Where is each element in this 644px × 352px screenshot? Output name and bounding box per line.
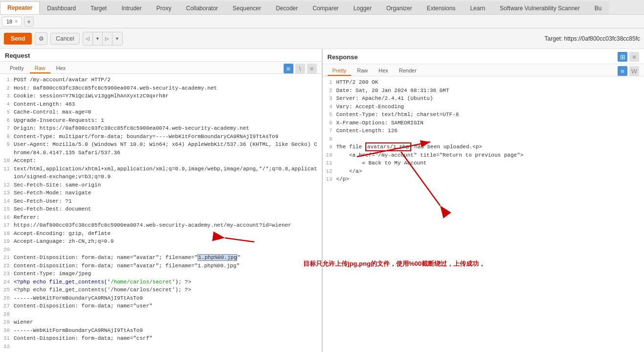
request-tab-icons: ≡ \ ≡: [284, 64, 317, 73]
line-number: 14: [2, 197, 14, 206]
response-grid-icon[interactable]: ⊞: [618, 52, 627, 62]
line-number: 6: [325, 119, 336, 127]
line-number: 2: [325, 87, 336, 95]
line-content: Content-Type: multipart/form-data; bound…: [14, 133, 320, 141]
tab-proxy[interactable]: Proxy: [149, 1, 179, 14]
request-tab-pretty[interactable]: Pretty: [5, 64, 29, 73]
line-content: Date: Sat, 20 Jan 2024 08:31:36 GMT: [336, 87, 643, 95]
response-line: 4Vary: Accept-Encoding: [323, 103, 644, 111]
request-line: 25<?php echo file_get_contents('/home/ca…: [0, 286, 322, 294]
line-content: « Back to My Account: [336, 159, 643, 167]
line-number: 7: [2, 124, 14, 133]
tab-vulnerability-scanner[interactable]: Software Vulnerability Scanner: [492, 1, 587, 14]
line-number: 2: [2, 84, 14, 93]
response-tab-raw[interactable]: Raw: [352, 66, 373, 76]
tab-intruder[interactable]: Intruder: [114, 1, 149, 14]
response-line: 11 « Back to My Account: [323, 159, 644, 167]
tab-target[interactable]: Target: [83, 1, 114, 14]
line-number: 8: [2, 133, 14, 141]
response-tab-hex[interactable]: Hex: [374, 66, 393, 76]
tab-comparer[interactable]: Comparer: [305, 1, 346, 14]
tab-sequencer[interactable]: Sequencer: [225, 1, 268, 14]
response-editor-tabs: Pretty Raw Hex Render ≡ W: [323, 64, 644, 76]
response-line: 12 </a>: [323, 167, 644, 176]
line-content: User-Agent: Mozilla/5.0 (Windows NT 10.0…: [14, 141, 320, 157]
line-content: Accept-Encoding: gzip, deflate: [14, 230, 320, 238]
request-line: 2Host: 0af800cc03fc38cc85fc8c5900ea0074.…: [0, 84, 322, 93]
request-more-icon[interactable]: ≡: [307, 64, 317, 73]
line-content: wiener: [14, 318, 320, 327]
line-number: 24: [2, 278, 14, 286]
line-number: 11: [325, 159, 336, 167]
line-number: 7: [325, 127, 336, 135]
response-tab-render[interactable]: Render: [394, 66, 422, 76]
tab-learn[interactable]: Learn: [463, 1, 492, 14]
line-content: Content-Disposition: form-data; name="cs…: [14, 334, 320, 343]
nav-back-button[interactable]: ◁: [83, 32, 93, 45]
request-tab-raw[interactable]: Raw: [30, 64, 50, 73]
tab-dashboard[interactable]: Dashboard: [40, 1, 83, 14]
request-line: 23Content-Type: image/jpeg: [0, 270, 322, 278]
tab-extensions[interactable]: Extensions: [420, 1, 463, 14]
request-tab-hex[interactable]: Hex: [51, 64, 71, 73]
request-code-area[interactable]: 1POST /my-account/avatar HTTP/22Host: 0a…: [0, 74, 322, 352]
add-tab-button[interactable]: +: [24, 17, 34, 26]
request-line: 14Sec-Fetch-User: ?1: [0, 197, 322, 206]
line-number: 4: [2, 100, 14, 109]
line-number: 16: [2, 213, 14, 222]
line-content: Referer:: [14, 213, 320, 222]
response-line: 9The file avatars/1.php has been uploade…: [323, 143, 644, 151]
request-line: 4Content-Length: 463: [0, 100, 322, 109]
tab-logger[interactable]: Logger: [346, 1, 379, 14]
close-tab-icon[interactable]: ×: [15, 19, 18, 24]
request-line: 31Content-Disposition: form-data; name="…: [0, 334, 322, 343]
response-wrap-icon[interactable]: ≡: [618, 66, 627, 76]
settings-icon[interactable]: ⚙: [35, 32, 47, 45]
tab-bu[interactable]: Bu: [587, 1, 609, 14]
request-line: 13Sec-Fetch-Mode: navigate: [0, 189, 322, 197]
response-code-area[interactable]: 1HTTP/2 200 OK2Date: Sat, 20 Jan 2024 08…: [323, 76, 644, 352]
response-line: 3Server: Apache/2.4.41 (Ubuntu): [323, 94, 644, 103]
request-line: 22Content-Disposition: form-data; name="…: [0, 262, 322, 270]
line-number: 11: [2, 165, 14, 181]
line-number: 31: [2, 334, 14, 343]
tab-decoder[interactable]: Decoder: [268, 1, 305, 14]
nav-back-dropdown[interactable]: ▾: [93, 32, 103, 45]
tab-bar: Repeater Dashboard Target Intruder Proxy…: [0, 0, 644, 15]
line-content: X-Frame-Options: SAMEORIGIN: [336, 119, 643, 127]
tab-collaborator[interactable]: Collaborator: [178, 1, 225, 14]
line-number: 1: [2, 76, 14, 84]
line-number: 5: [325, 111, 336, 119]
cancel-button[interactable]: Cancel: [50, 33, 79, 45]
tab-organizer[interactable]: Organizer: [379, 1, 420, 14]
line-content: <a href="/my-account" title="Return to p…: [336, 151, 643, 160]
nav-forward-dropdown[interactable]: ▾: [112, 32, 122, 45]
line-content: https://0af800cc03fc38cc85fc8c5900ea0074…: [14, 221, 320, 230]
line-number: 21: [2, 254, 14, 262]
line-content: POST /my-account/avatar HTTP/2: [14, 76, 320, 84]
request-editor-tabs: Pretty Raw Hex ≡ \ ≡: [0, 62, 322, 74]
request-line: 24<?php echo file_get_contents('/home/ca…: [0, 278, 322, 286]
request-search-icon[interactable]: \: [295, 64, 305, 73]
request-line: 9User-Agent: Mozilla/5.0 (Windows NT 10.…: [0, 141, 322, 157]
line-number: 9: [325, 143, 336, 151]
line-number: 1: [325, 78, 336, 87]
response-tab-pretty[interactable]: Pretty: [328, 66, 352, 76]
request-line: 3Cookie: session=Y7NiQciWLv13ggHlhAnXyxt…: [0, 92, 322, 100]
request-wrap-icon[interactable]: ≡: [284, 64, 293, 73]
request-header: Request: [0, 49, 322, 62]
line-number: 5: [2, 108, 14, 117]
response-more-icon[interactable]: W: [629, 66, 639, 76]
line-number: 6: [2, 117, 14, 125]
nav-forward-button[interactable]: ▷: [103, 32, 112, 45]
line-content: ------WebKitFormBoundaryCA9RNAjI9TtAsTo9: [14, 327, 320, 335]
line-content: Content-Disposition: form-data; name="av…: [14, 254, 320, 262]
line-content: <?php echo file_get_contents('/home/carl…: [14, 286, 320, 294]
line-content: Vary: Accept-Encoding: [336, 103, 643, 111]
send-button[interactable]: Send: [4, 33, 32, 45]
line-number: 4: [325, 103, 336, 111]
sub-tab-18[interactable]: 18 ×: [2, 17, 22, 26]
request-line: 19Accept-Language: zh-CN,zh;q=0.9: [0, 237, 322, 246]
response-list-icon[interactable]: ≡: [629, 52, 639, 62]
tab-repeater[interactable]: Repeater: [0, 1, 40, 14]
